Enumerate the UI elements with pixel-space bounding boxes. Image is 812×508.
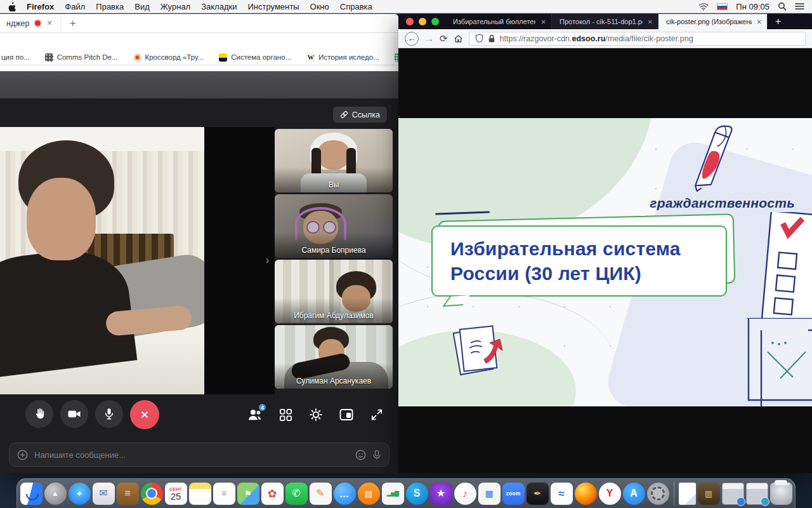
menu-clock[interactable]: Пн 09:05 [736, 2, 769, 11]
bookmark-label: Comms Pitch De... [57, 53, 118, 61]
dock-icon-contacts[interactable]: ≡ [117, 483, 139, 505]
dock-icon-itunes[interactable]: ♪ [454, 483, 476, 505]
ballot-box-illustration [740, 212, 812, 406]
menu-window[interactable]: Окно [310, 2, 329, 11]
dock-icon-facetime[interactable]: ✆ [285, 483, 308, 505]
browser-tab-protocol[interactable]: Протокол - cik-511-dop1.pdf ✕ [552, 14, 658, 29]
home-button[interactable] [454, 34, 463, 43]
copy-link-button[interactable]: Ссылка [333, 107, 387, 123]
bookmark-item[interactable]: Кроссворд «Тру... [133, 53, 204, 62]
spotlight-search-icon[interactable] [778, 2, 787, 11]
microphone-button[interactable] [95, 400, 123, 428]
close-window-button[interactable] [406, 18, 414, 25]
participant-tile[interactable]: Вы [275, 129, 393, 192]
participant-name: Сулиман Арсанукаев [275, 377, 393, 385]
dock-minimized-window-2[interactable] [746, 483, 768, 505]
dock-icon-reminders[interactable]: ≡ [213, 483, 235, 505]
camera-button[interactable] [60, 400, 88, 428]
back-button[interactable]: ← [405, 32, 419, 46]
participant-tile[interactable]: Ибрагим Абдулазимов [275, 260, 393, 323]
conference-window: нджер ✕ + ция по... Comms Pitch De... Кр… [0, 14, 398, 473]
picture-in-picture-button[interactable] [339, 407, 354, 422]
dock-icon-messages[interactable]: … [334, 483, 356, 505]
bookmark-item[interactable]: W История иследо... [306, 53, 379, 62]
tab-close-icon[interactable]: ✕ [648, 18, 653, 25]
new-tab-button[interactable]: + [768, 14, 789, 29]
dock-icon-notes[interactable] [189, 483, 211, 505]
participants-button[interactable]: 4 [247, 407, 263, 422]
grid-view-button[interactable] [278, 407, 293, 422]
fullscreen-button[interactable] [369, 407, 384, 422]
dock-icon-safari[interactable]: ✦ [69, 483, 91, 505]
camera-icon [67, 408, 81, 420]
tab-title: cik-poster.png (Изображение PNG, [666, 18, 752, 25]
minimize-window-button[interactable] [419, 18, 426, 25]
conference-tab[interactable]: нджер ✕ [0, 14, 61, 32]
message-input[interactable]: Напишите сообщение... [9, 443, 390, 467]
dock-icon-photos[interactable]: ✿ [261, 483, 284, 505]
menu-history[interactable]: Журнал [160, 2, 190, 11]
bookmark-item[interactable]: Comms Pitch De... [45, 53, 118, 62]
dock-icon-mail[interactable]: ✉ [93, 483, 115, 505]
dock-icon-zoom[interactable]: zoom [502, 483, 525, 505]
browser-tab-poster-active[interactable]: cik-poster.png (Изображение PNG, ✕ [658, 14, 768, 29]
url-bar[interactable]: https://razgovor-cdn.edsoo.ru/media/file… [469, 32, 806, 46]
menu-edit[interactable]: Правка [96, 2, 124, 11]
attach-plus-icon[interactable] [17, 450, 28, 460]
dock-icon-archive[interactable]: ▥ [698, 483, 720, 505]
voice-message-icon[interactable] [372, 450, 381, 460]
zoom-window-button[interactable] [431, 18, 439, 25]
wifi-icon[interactable] [698, 3, 709, 11]
menu-tools[interactable]: Инструменты [247, 2, 299, 11]
dock-icon-yandex-browser[interactable]: Y [599, 483, 621, 505]
tab-close-icon[interactable]: ✕ [757, 18, 762, 25]
tracking-shield-icon[interactable] [475, 34, 483, 43]
raise-hand-button[interactable] [25, 400, 53, 428]
end-call-button[interactable] [130, 400, 159, 429]
dock-icon-system-preferences[interactable] [647, 483, 669, 505]
dock-icon-maps[interactable]: ⚑ [237, 483, 259, 505]
dock-icon-chrome[interactable] [141, 483, 163, 505]
reload-button[interactable]: ⟳ [440, 34, 448, 43]
dock-icon-finder[interactable] [20, 483, 43, 505]
dock-icon-document[interactable] [679, 483, 696, 505]
menu-file[interactable]: Файл [65, 2, 85, 11]
tab-close-icon[interactable]: ✕ [541, 18, 546, 25]
settings-button[interactable] [308, 407, 324, 422]
bookmark-item[interactable]: Система органо... [219, 53, 291, 62]
bookmark-item[interactable]: ция по... [1, 53, 30, 61]
dock-icon-numbers[interactable]: ▂▅▇ [382, 483, 404, 505]
dock-icon-trash[interactable] [770, 483, 792, 505]
menu-view[interactable]: Вид [134, 2, 150, 11]
dock-icon-launchpad[interactable]: ▲ [44, 483, 67, 505]
dock-icon-books[interactable]: ▤ [358, 483, 380, 505]
tab-title: Протокол - cik-511-dop1.pdf [560, 18, 643, 25]
browser-tab-ballot[interactable]: Избирательный бюллетень - cik-51 ✕ [445, 14, 552, 29]
poster-image[interactable]: гражданственность Избирательная система … [398, 118, 812, 406]
dock-icon-calendar[interactable]: СЕНТ 25 [165, 483, 187, 505]
dock-icon-app-store[interactable]: A [623, 483, 645, 505]
emoji-icon[interactable] [355, 450, 366, 460]
dock-minimized-window-1[interactable] [722, 483, 744, 505]
menu-bookmarks[interactable]: Закладки [201, 2, 237, 11]
forward-button[interactable]: → [424, 34, 434, 43]
poster-title: Избирательная система России (30 лет ЦИК… [450, 236, 681, 286]
dock-icon-imovie[interactable]: ★ [430, 483, 452, 505]
collapse-panel-chevron-icon[interactable]: › [266, 255, 269, 266]
participant-tile[interactable]: Самира Боприева [275, 194, 393, 258]
main-video-feed[interactable] [0, 127, 204, 394]
menu-app-name[interactable]: Firefox [27, 2, 54, 11]
dock-icon-paint-app[interactable]: ✒ [527, 483, 549, 505]
apple-menu-icon[interactable] [8, 2, 16, 11]
dock-icon-firefox[interactable] [575, 483, 597, 505]
notification-center-icon[interactable] [795, 3, 804, 10]
dock-icon-pages[interactable]: ✎ [310, 483, 332, 505]
menu-help[interactable]: Справка [340, 2, 372, 11]
participant-tile[interactable]: Сулиман Арсанукаев [275, 325, 393, 389]
dock-icon-openoffice[interactable]: ≈ [551, 483, 573, 505]
new-tab-button[interactable]: + [61, 17, 85, 30]
dock-icon-skype[interactable]: S [406, 483, 428, 505]
tab-close-icon[interactable]: ✕ [46, 19, 52, 27]
dock-icon-keynote[interactable]: ▦ [478, 483, 501, 505]
keyboard-layout-flag-ru[interactable] [717, 3, 728, 10]
